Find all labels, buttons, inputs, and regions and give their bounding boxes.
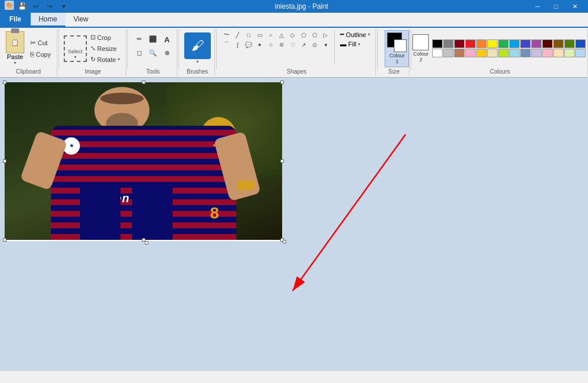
swatch-peach[interactable] <box>542 49 553 57</box>
shape-star5[interactable]: ☆ <box>265 40 276 49</box>
shape-star4[interactable]: ✦ <box>254 40 265 49</box>
swatch-darkblue[interactable] <box>575 39 586 48</box>
resize-button[interactable]: ⤡ Resize <box>88 43 122 53</box>
quick-save-icon[interactable]: 💾 <box>16 1 28 12</box>
swatch-paleblue[interactable] <box>575 49 586 57</box>
swatch-gray[interactable] <box>443 39 454 48</box>
colour1-selector[interactable]: Colour1 <box>385 30 409 67</box>
paste-button[interactable]: 📋 Paste ▾ <box>3 30 27 67</box>
swatch-blue[interactable] <box>520 39 531 48</box>
shape-diamond[interactable]: ◇ <box>287 30 298 39</box>
shapes-label: Shapes <box>287 67 306 75</box>
tab-file[interactable]: File <box>0 13 31 27</box>
quick-redo-icon[interactable]: ↪ <box>44 1 56 12</box>
handle-top-center[interactable] <box>142 81 145 84</box>
swatch-lime[interactable] <box>498 49 509 57</box>
canvas-bottom-handle[interactable] <box>145 241 148 245</box>
crop-button[interactable]: ⊡ Crop <box>88 32 122 42</box>
wristband <box>237 181 254 189</box>
shape-freehand[interactable]: 〜 <box>221 30 232 39</box>
quick-undo-icon[interactable]: ↩ <box>30 1 42 12</box>
copy-label: Copy <box>36 51 51 58</box>
swatch-orange[interactable] <box>476 39 487 48</box>
colour2-selector[interactable]: Colour 2 <box>412 34 429 63</box>
swatch-lavender[interactable] <box>531 49 542 57</box>
swatch-tan[interactable] <box>454 49 465 57</box>
close-button[interactable]: ✕ <box>566 0 583 13</box>
select-label: Select <box>68 49 82 54</box>
handle-mid-right[interactable] <box>280 159 284 163</box>
fill-button[interactable]: ⬛ <box>147 35 159 48</box>
tab-home[interactable]: Home <box>31 13 65 27</box>
shape-lightning[interactable]: ↗ <box>298 40 309 49</box>
colorpicker-button[interactable]: 🔍 <box>147 49 159 62</box>
clipboard-group: 📋 Paste ▾ ✂ Cut ⎘ Copy Clipboard <box>0 29 57 76</box>
swatch-apricot[interactable] <box>553 49 564 57</box>
shape-arc[interactable]: ⌒ <box>221 40 232 49</box>
text-button[interactable]: A <box>160 35 173 48</box>
rotate-button[interactable]: ↻ Rotate ▾ <box>88 54 122 64</box>
ribbon-tabs: File Home View <box>0 13 588 28</box>
minimize-button[interactable]: ─ <box>529 0 546 13</box>
swatch-white[interactable] <box>432 49 443 57</box>
swatch-lightgray[interactable] <box>443 49 454 57</box>
zoom-button[interactable]: ⊕ <box>160 49 173 62</box>
cut-button[interactable]: ✂ Cut <box>28 38 53 48</box>
shape-callout[interactable]: 💬 <box>243 40 254 49</box>
fill-button[interactable]: ▬ Fill ▾ <box>338 40 372 48</box>
shape-more[interactable]: ▾ <box>320 40 331 49</box>
shape-line[interactable]: ╱ <box>232 30 243 39</box>
swatch-palegreen[interactable] <box>564 49 575 57</box>
rotate-icon: ↻ <box>90 56 96 63</box>
pencil-button[interactable]: ✏ <box>133 35 145 48</box>
swatch-pink[interactable] <box>465 49 476 57</box>
shape-circle[interactable]: ⊙ <box>309 40 320 49</box>
shape-star6[interactable]: ✡ <box>276 40 287 49</box>
swatch-black[interactable] <box>432 39 443 48</box>
cut-icon: ✂ <box>30 39 36 47</box>
swatch-vdarkred[interactable] <box>542 39 553 48</box>
outline-icon: ━ <box>340 31 344 38</box>
crop-icon: ⊡ <box>90 34 96 41</box>
handle-bottom-left[interactable] <box>3 238 6 242</box>
copy-button[interactable]: ⎘ Copy <box>28 49 53 60</box>
swatch-skyblue[interactable] <box>509 49 520 57</box>
cut-label: Cut <box>38 39 48 46</box>
shape-pentagon[interactable]: ⬠ <box>298 30 309 39</box>
shape-hexagon[interactable]: ⬡ <box>309 30 320 39</box>
brushes-button[interactable]: 🖌 <box>184 32 211 59</box>
shape-rect[interactable]: □ <box>243 30 254 39</box>
swatch-yellow[interactable] <box>487 39 498 48</box>
swatch-green[interactable] <box>498 39 509 48</box>
swatch-lightblue[interactable] <box>509 39 520 48</box>
swatch-slate[interactable] <box>520 49 531 57</box>
handle-mid-left[interactable] <box>3 159 6 163</box>
quick-dropdown-icon[interactable]: ▾ <box>58 1 70 12</box>
swatch-purple[interactable] <box>531 39 542 48</box>
image-group: Select ▾ ⊡ Crop ⤡ Resize ↻ Rotat <box>60 29 126 76</box>
shape-arrow[interactable]: ▷ <box>320 30 331 39</box>
swatch-darkgreen[interactable] <box>564 39 575 48</box>
shape-curve[interactable]: ∫ <box>232 40 243 49</box>
select-button[interactable]: Select ▾ <box>64 35 87 62</box>
shapes-separator <box>334 30 335 65</box>
handle-top-right[interactable] <box>280 81 284 84</box>
player-number: 8 <box>210 204 219 222</box>
swatch-gold[interactable] <box>476 49 487 57</box>
swatch-red[interactable] <box>465 39 476 48</box>
shape-triangle[interactable]: △ <box>276 30 287 39</box>
swatch-darkred[interactable] <box>454 39 465 48</box>
handle-top-left[interactable] <box>3 81 6 84</box>
eraser-button[interactable]: ◻ <box>133 49 145 62</box>
maximize-button[interactable]: □ <box>547 0 565 13</box>
swatch-brown[interactable] <box>553 39 564 48</box>
canvas-corner-handle[interactable] <box>283 240 286 243</box>
swatch-cream[interactable] <box>487 49 498 57</box>
right-leg <box>132 182 173 240</box>
select-dropdown-arrow: ▾ <box>74 54 76 60</box>
outline-button[interactable]: ━ Outline ▾ <box>338 30 372 39</box>
shape-rect-round[interactable]: ▭ <box>254 30 265 39</box>
shape-ellipse[interactable]: ○ <box>265 30 276 39</box>
tab-view[interactable]: View <box>65 13 97 27</box>
shape-heart[interactable]: ♡ <box>287 40 298 49</box>
